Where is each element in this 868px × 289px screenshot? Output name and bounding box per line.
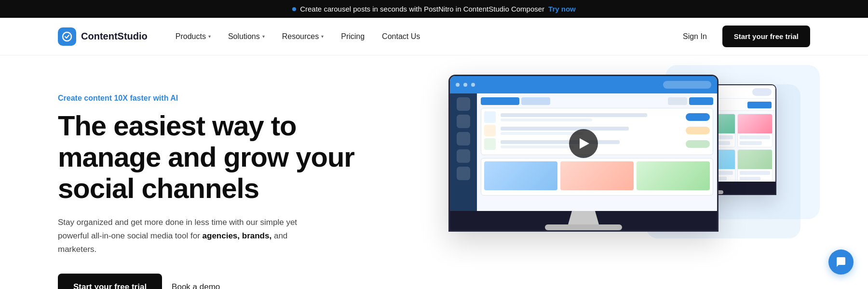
- hero-desc-bold-agencies: agencies,: [203, 231, 240, 240]
- main-screen: [450, 76, 717, 211]
- nav-solutions-label: Solutions: [228, 32, 260, 41]
- monitor-container: [448, 75, 747, 232]
- nav-cta-button[interactable]: Start your free trial: [722, 26, 810, 47]
- play-button[interactable]: [569, 129, 598, 158]
- sidebar-icon: [457, 167, 470, 180]
- nav-item-contact[interactable]: Contact Us: [373, 27, 429, 46]
- hero-cta-button[interactable]: Start your free trial: [58, 274, 162, 289]
- hero-buttons: Start your free trial Book a demo: [58, 274, 386, 289]
- banner-dot: [292, 7, 296, 11]
- content-card: [737, 149, 773, 182]
- hero-section: Create content 10X faster with AI The ea…: [0, 55, 868, 289]
- chevron-down-icon: ▾: [262, 34, 265, 39]
- chat-bubble-button[interactable]: [828, 250, 854, 275]
- banner-text: Create carousel posts in seconds with Po…: [300, 5, 544, 13]
- hero-left: Create content 10X faster with AI The ea…: [58, 84, 386, 289]
- logo-icon: [58, 27, 76, 46]
- sidebar-icon: [457, 149, 470, 163]
- header-pill-2: [752, 88, 772, 96]
- hero-demo-button[interactable]: Book a demo: [172, 274, 220, 289]
- navbar: ContentStudio Products ▾ Solutions ▾ Res…: [0, 18, 868, 55]
- nav-contact-label: Contact Us: [382, 32, 420, 41]
- nav-dot: [471, 83, 475, 87]
- monitor-main: [448, 75, 719, 232]
- screen-nav-bar: [450, 76, 717, 93]
- top-banner: Create carousel posts in seconds with Po…: [0, 0, 868, 18]
- nav-dot: [456, 83, 460, 87]
- chat-icon: [835, 256, 847, 268]
- sidebar-icon: [457, 97, 470, 111]
- hero-description: Stay organized and get more done in less…: [58, 216, 328, 256]
- monitor-stand: [564, 211, 603, 224]
- nav-item-products[interactable]: Products ▾: [167, 27, 219, 46]
- play-icon: [580, 138, 589, 149]
- nav-actions: Sign In Start your free trial: [675, 26, 810, 47]
- screen-sidebar: [450, 93, 477, 211]
- nav-item-solutions[interactable]: Solutions ▾: [219, 27, 273, 46]
- nav-products-label: Products: [176, 32, 206, 41]
- sidebar-icon: [457, 115, 470, 128]
- nav-item-pricing[interactable]: Pricing: [332, 27, 373, 46]
- banner-cta[interactable]: Try now: [548, 5, 576, 13]
- chevron-down-icon: ▾: [321, 34, 324, 39]
- hero-tagline: Create content 10X faster with AI: [58, 94, 386, 103]
- nav-item-resources[interactable]: Resources ▾: [273, 27, 332, 46]
- hero-title: The easiest way to manage and grow your …: [58, 110, 386, 204]
- logo[interactable]: ContentStudio: [58, 27, 148, 46]
- svg-point-0: [63, 32, 71, 41]
- hero-right: [386, 75, 810, 232]
- logo-text: ContentStudio: [81, 31, 148, 42]
- monitor-base: [545, 224, 622, 230]
- chevron-down-icon: ▾: [208, 34, 211, 39]
- nav-resources-label: Resources: [282, 32, 319, 41]
- sidebar-icon: [457, 132, 470, 145]
- sign-in-button[interactable]: Sign In: [675, 27, 715, 46]
- nav-links: Products ▾ Solutions ▾ Resources ▾ Prici…: [167, 27, 675, 46]
- nav-dot: [463, 83, 467, 87]
- hero-desc-bold-brands: brands,: [242, 231, 271, 240]
- nav-pricing-label: Pricing: [341, 32, 365, 41]
- content-card: [737, 114, 773, 147]
- screen-content: [477, 93, 717, 211]
